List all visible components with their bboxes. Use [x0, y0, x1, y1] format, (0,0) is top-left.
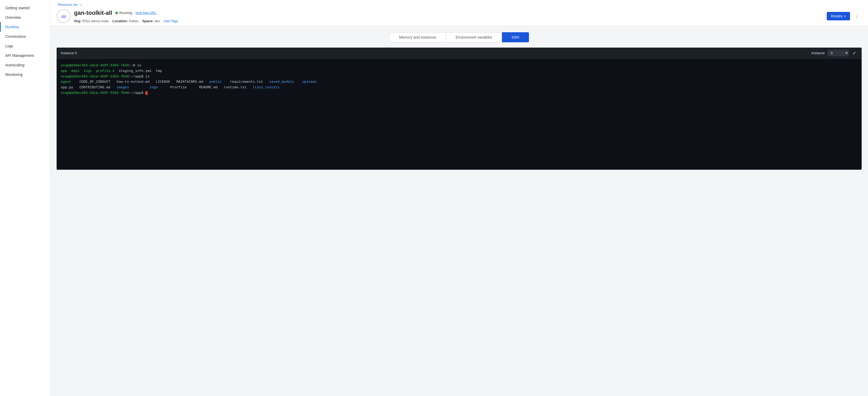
breadcrumb-link[interactable]: Resource list — [58, 3, 78, 7]
status-badge: Running — [115, 11, 132, 15]
terminal-container: Instance 0 Instance: 0 ⤢ vcap@a56ec493-2… — [57, 47, 862, 170]
sidebar-item-connections[interactable]: Connections — [0, 32, 50, 41]
sidebar-item-autoscaling[interactable]: Autoscaling — [0, 60, 50, 70]
terminal-cursor — [146, 91, 148, 95]
location-label: Location: — [113, 19, 128, 23]
main-content: Resource list / .py gan-toolkit-all Runn… — [50, 0, 868, 396]
sidebar-item-monitoring[interactable]: Monitoring — [0, 70, 50, 79]
routes-button[interactable]: Routes ▾ — [827, 12, 850, 20]
more-options-button[interactable]: ⋮ — [852, 12, 862, 20]
breadcrumb: Resource list / — [57, 3, 862, 7]
instance-dropdown[interactable]: 0 — [828, 50, 849, 56]
terminal-line-4: agant CODE_OF_CONDUCT how-to-extend.md L… — [61, 79, 858, 85]
tab-env-vars[interactable]: Environment variables — [446, 32, 502, 42]
page-content: Memory and instances Environment variabl… — [50, 26, 868, 396]
terminal-expand-button[interactable]: ⤢ — [851, 50, 858, 56]
app-meta: Org: RIS2-darviz-india Location: Dallas … — [74, 19, 178, 23]
sidebar: Getting started Overview Runtime Connect… — [0, 0, 50, 396]
terminal-header: Instance 0 Instance: 0 ⤢ — [57, 47, 862, 59]
terminal-line-6: vcap@a56ec493-2dcd-459f-5365-7648:~/app$ — [61, 90, 858, 96]
sidebar-item-runtime[interactable]: Runtime — [0, 22, 50, 32]
app-icon: .py — [57, 9, 70, 23]
space-value: dev — [154, 19, 160, 23]
org-value: RIS2-darviz-india — [82, 19, 109, 23]
header-actions: Routes ▾ ⋮ — [827, 12, 862, 20]
terminal-instance-select: Instance: 0 ⤢ — [811, 50, 858, 56]
sidebar-item-getting-started[interactable]: Getting started — [0, 3, 50, 13]
tab-bar: Memory and instances Environment variabl… — [57, 32, 862, 42]
app-name: gan-toolkit-all — [74, 9, 112, 16]
app-title-row: gan-toolkit-all Running Visit App URL — [74, 9, 178, 16]
breadcrumb-separator: / — [81, 3, 82, 7]
routes-chevron-icon: ▾ — [844, 14, 846, 18]
status-text: Running — [119, 11, 132, 15]
tab-ssh[interactable]: SSH — [502, 32, 529, 42]
sidebar-item-api-management[interactable]: API Management — [0, 51, 50, 60]
app-header-section: Resource list / .py gan-toolkit-all Runn… — [50, 0, 868, 26]
instance-label: Instance: — [811, 51, 826, 55]
tab-memory-instances[interactable]: Memory and instances — [389, 32, 446, 42]
location-value: Dallas — [129, 19, 138, 23]
add-tags-link[interactable]: Add Tags — [164, 19, 178, 23]
app-info: .py gan-toolkit-all Running Visit App UR… — [57, 9, 178, 23]
visit-app-url-link[interactable]: Visit App URL — [135, 11, 157, 15]
terminal-line-3: vcap@a56ec493-2dcd-459f-5365-7648:~/app$… — [61, 74, 858, 79]
status-dot — [115, 12, 118, 14]
terminal-line-5: app.py CONTRIBUTING.md images logs Procf… — [61, 85, 858, 90]
sidebar-item-logs[interactable]: Logs — [0, 41, 50, 51]
terminal-instance-title: Instance 0 — [61, 51, 77, 55]
terminal-body[interactable]: vcap@a56ec493-2dcd-459f-5365-7648:~$ ls … — [57, 59, 862, 170]
space-label: Space: — [142, 19, 154, 23]
sidebar-item-overview[interactable]: Overview — [0, 13, 50, 22]
terminal-line-1: vcap@a56ec493-2dcd-459f-5365-7648:~$ ls — [61, 63, 858, 68]
org-label: Org: — [74, 19, 81, 23]
terminal-line-2: app deps logs profile.d staging_info.yml… — [61, 68, 858, 74]
